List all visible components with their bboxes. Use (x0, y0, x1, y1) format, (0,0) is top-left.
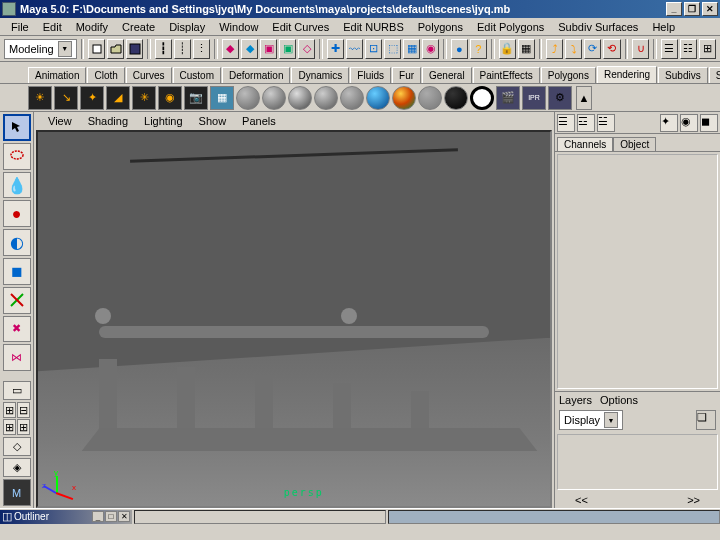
snap-plane-button[interactable]: ⬚ (384, 39, 401, 59)
two-pane-h-layout[interactable]: ⊟ (17, 402, 30, 418)
viewport-persp[interactable]: y x z persp (36, 130, 552, 508)
construct-2-button[interactable]: ⤵ (565, 39, 582, 59)
menu-create[interactable]: Create (115, 19, 162, 35)
magnet-button[interactable]: ∪ (632, 39, 649, 59)
last-tool[interactable]: ⋈ (3, 344, 31, 371)
ipr-button[interactable]: ▦ (518, 39, 535, 59)
view-menu-view[interactable]: View (42, 114, 78, 128)
lasso-tool[interactable] (3, 143, 31, 170)
mode-dropdown[interactable]: Modeling ▼ (4, 39, 77, 59)
light-directional-icon[interactable]: ↘ (54, 86, 78, 110)
select-tool[interactable] (3, 114, 31, 141)
tab-general[interactable]: General (422, 67, 472, 83)
tab-custom[interactable]: Custom (173, 67, 221, 83)
tab-fur[interactable]: Fur (392, 67, 421, 83)
camera-icon[interactable]: 📷 (184, 86, 208, 110)
tab-channels[interactable]: Channels (557, 137, 613, 151)
menu-edit-curves[interactable]: Edit Curves (265, 19, 336, 35)
move-tool[interactable]: ● (3, 200, 31, 227)
layers-label[interactable]: Layers (559, 394, 592, 406)
shader-usebg-icon[interactable] (470, 86, 494, 110)
three-pane-layout[interactable]: ⊞ (17, 419, 30, 435)
new-scene-button[interactable] (88, 39, 105, 59)
light-spot-icon[interactable]: ◢ (106, 86, 130, 110)
layout-3-button[interactable]: ⊞ (699, 39, 716, 59)
script-layout[interactable]: M (3, 479, 31, 506)
outliner-max-button[interactable]: □ (105, 511, 117, 522)
menu-file[interactable]: File (4, 19, 36, 35)
close-button[interactable]: ✕ (702, 2, 718, 16)
tab-animation[interactable]: Animation (28, 67, 86, 83)
channel-manip-icon[interactable]: ✦ (660, 114, 678, 132)
menu-help[interactable]: Help (645, 19, 682, 35)
tab-polygons[interactable]: Polygons (541, 67, 596, 83)
mask-3-button[interactable]: ▣ (260, 39, 277, 59)
channel-cube-icon[interactable]: ◼ (700, 114, 718, 132)
new-layer-icon[interactable]: ❏ (696, 410, 716, 430)
mask-2-button[interactable]: ◆ (241, 39, 258, 59)
view-menu-lighting[interactable]: Lighting (138, 114, 189, 128)
tab-deformation[interactable]: Deformation (222, 67, 290, 83)
select-by-hierarchy-button[interactable]: ┇ (155, 39, 172, 59)
scale-tool[interactable]: ◼ (3, 258, 31, 285)
light-ambient-icon[interactable]: ☀ (28, 86, 52, 110)
snap-point-button[interactable]: ⊡ (365, 39, 382, 59)
tab-dynamics[interactable]: Dynamics (291, 67, 349, 83)
view-menu-panels[interactable]: Panels (236, 114, 282, 128)
select-by-object-button[interactable]: ┊ (174, 39, 191, 59)
shader-phonge-icon[interactable] (314, 86, 338, 110)
light-point-icon[interactable]: ✦ (80, 86, 104, 110)
history-in-button[interactable]: ● (451, 39, 468, 59)
ipr-render-icon[interactable]: IPR (522, 86, 546, 110)
tab-subdivs[interactable]: Subdivs (658, 67, 708, 83)
layout-1-button[interactable]: ☰ (661, 39, 678, 59)
texture-icon[interactable]: ▦ (210, 86, 234, 110)
shader-phong-icon[interactable] (288, 86, 312, 110)
tab-curves[interactable]: Curves (126, 67, 172, 83)
channel-sphere-icon[interactable]: ◉ (680, 114, 698, 132)
maximize-button[interactable]: ❐ (684, 2, 700, 16)
construct-1-button[interactable]: ⤴ (546, 39, 563, 59)
channel-list-icon[interactable]: ☰ (557, 114, 575, 132)
menu-edit[interactable]: Edit (36, 19, 69, 35)
snap-view-button[interactable]: ▦ (403, 39, 420, 59)
tab-fluids[interactable]: Fluids (350, 67, 391, 83)
four-pane-layout[interactable]: ⊞ (3, 402, 16, 418)
single-pane-layout[interactable]: ▭ (3, 381, 31, 400)
snap-grid-button[interactable]: ✚ (327, 39, 344, 59)
layers-options-label[interactable]: Options (600, 394, 638, 406)
shader-lambert-icon[interactable] (236, 86, 260, 110)
slider-left-button[interactable]: << (575, 494, 588, 506)
select-by-component-button[interactable]: ⋮ (193, 39, 210, 59)
tab-object[interactable]: Object (613, 137, 656, 151)
light-area-icon[interactable]: ✳ (132, 86, 156, 110)
layout-2-button[interactable]: ☷ (680, 39, 697, 59)
render-globals-icon[interactable]: ⚙ (548, 86, 572, 110)
tab-surfaces[interactable]: Surfaces (709, 67, 720, 83)
snap-curve-button[interactable]: 〰 (346, 39, 363, 59)
channel-list3-icon[interactable]: ☱ (597, 114, 615, 132)
light-volume-icon[interactable]: ◉ (158, 86, 182, 110)
open-scene-button[interactable] (107, 39, 124, 59)
paint-select-tool[interactable]: 💧 (3, 172, 31, 199)
outliner-close-button[interactable]: ✕ (118, 511, 130, 522)
shader-layered-icon[interactable] (392, 86, 416, 110)
shader-ramp-icon[interactable] (366, 86, 390, 110)
shader-surface-icon[interactable] (418, 86, 442, 110)
minimize-button[interactable]: _ (666, 2, 682, 16)
soft-mod-tool[interactable]: ✖ (3, 316, 31, 343)
rotate-tool[interactable]: ◐ (3, 229, 31, 256)
history-out-button[interactable]: ? (470, 39, 487, 59)
menu-display[interactable]: Display (162, 19, 212, 35)
construct-3-button[interactable]: ⟳ (584, 39, 601, 59)
outliner-min-button[interactable]: _ (92, 511, 104, 522)
mask-4-button[interactable]: ▣ (279, 39, 296, 59)
outliner-layout[interactable]: ◇ (3, 437, 31, 456)
channel-list2-icon[interactable]: ☲ (577, 114, 595, 132)
manip-tool[interactable] (3, 287, 31, 314)
menu-window[interactable]: Window (212, 19, 265, 35)
mask-5-button[interactable]: ◇ (298, 39, 315, 59)
shelf-scroll-icon[interactable]: ▲ (576, 86, 592, 110)
menu-modify[interactable]: Modify (69, 19, 115, 35)
construct-4-button[interactable]: ⟲ (603, 39, 620, 59)
